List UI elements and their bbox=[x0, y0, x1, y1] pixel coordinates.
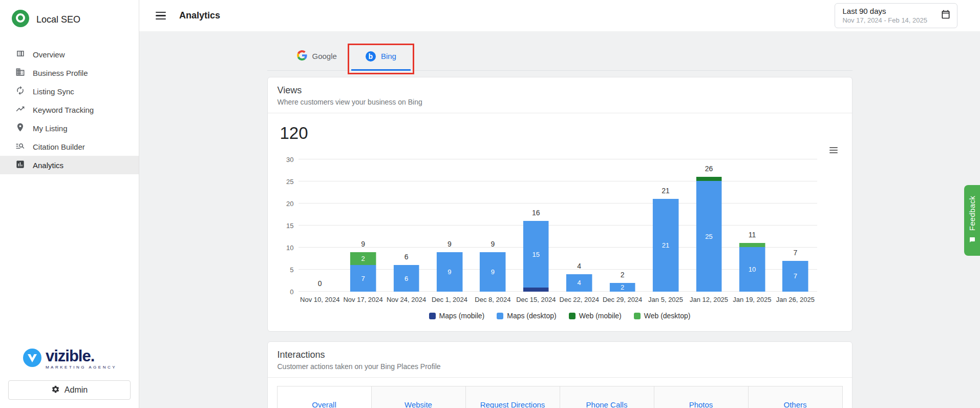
x-tick-label: Dec 22, 2024 bbox=[558, 296, 601, 303]
bar-column[interactable]: 99 bbox=[428, 159, 471, 292]
sidebar-item-listing-sync[interactable]: Listing Sync bbox=[0, 82, 139, 100]
bar-segment[interactable] bbox=[696, 177, 722, 181]
y-tick-label: 0 bbox=[290, 288, 293, 296]
x-tick-label: Dec 29, 2024 bbox=[601, 296, 644, 303]
x-tick-label: Dec 8, 2024 bbox=[471, 296, 514, 303]
stacked-bar[interactable]: 4 bbox=[566, 274, 592, 292]
trending-up-icon bbox=[15, 104, 25, 115]
bar-segment[interactable]: 6 bbox=[393, 265, 419, 292]
sidebar-item-citation-builder[interactable]: Citation Builder bbox=[0, 137, 139, 156]
stacked-bar[interactable]: 9 bbox=[437, 252, 463, 292]
sidebar-item-label: Listing Sync bbox=[33, 87, 74, 96]
tab-bing[interactable]: b Bing bbox=[351, 42, 411, 70]
sidebar-item-label: Analytics bbox=[33, 161, 63, 170]
legend-item[interactable]: Maps (desktop) bbox=[497, 312, 556, 320]
stacked-bar[interactable]: 10 bbox=[739, 243, 765, 292]
chart-x-labels: Nov 10, 2024Nov 17, 2024Nov 24, 2024Dec … bbox=[299, 296, 817, 303]
bar-total-label: 6 bbox=[385, 253, 428, 261]
bar-column[interactable]: 2526 bbox=[687, 159, 730, 292]
legend-item[interactable]: Web (desktop) bbox=[634, 312, 691, 320]
page-title: Analytics bbox=[179, 10, 220, 21]
bar-column[interactable]: 1516 bbox=[515, 159, 558, 292]
stacked-bar[interactable]: 72 bbox=[350, 252, 376, 292]
bar-column[interactable]: 22 bbox=[601, 159, 644, 292]
bar-segment[interactable]: 4 bbox=[566, 274, 592, 292]
stacked-bar[interactable]: 9 bbox=[480, 252, 506, 292]
sidebar-item-analytics[interactable]: Analytics bbox=[0, 156, 139, 174]
stacked-bar[interactable]: 21 bbox=[653, 199, 679, 292]
tab-google[interactable]: Google bbox=[283, 42, 351, 70]
stacked-bar[interactable]: 7 bbox=[782, 261, 808, 292]
sidebar-menu: Overview Business Profile Listing Sync K… bbox=[0, 45, 139, 174]
bar-column[interactable]: 44 bbox=[558, 159, 601, 292]
y-tick-label: 20 bbox=[286, 200, 293, 208]
bar-segment[interactable]: 2 bbox=[609, 283, 635, 292]
x-tick-label: Jan 26, 2025 bbox=[774, 296, 817, 303]
bar-column[interactable]: 729 bbox=[342, 159, 385, 292]
tab-photos[interactable]: Photos bbox=[654, 386, 749, 408]
tab-others[interactable]: Others bbox=[749, 386, 842, 408]
x-tick-label: Jan 19, 2025 bbox=[731, 296, 774, 303]
sidebar-item-my-listing[interactable]: My Listing bbox=[0, 119, 139, 137]
bar-column[interactable]: 66 bbox=[385, 159, 428, 292]
stacked-bar[interactable]: 15 bbox=[523, 221, 549, 292]
vizible-tagline: MARKETING AGENCY bbox=[46, 365, 117, 370]
x-tick-label: Jan 5, 2025 bbox=[644, 296, 687, 303]
vizible-logo: vizible. MARKETING AGENCY bbox=[8, 348, 131, 370]
bar-segment[interactable]: 2 bbox=[350, 252, 376, 266]
legend-item[interactable]: Maps (mobile) bbox=[429, 312, 485, 320]
chart-plot: 07296699991516442221212526101177 bbox=[299, 159, 817, 292]
brand: Local SEO bbox=[0, 0, 139, 37]
bar-column[interactable]: 77 bbox=[774, 159, 817, 292]
admin-button[interactable]: Admin bbox=[8, 380, 131, 400]
tab-photos-label: Photos bbox=[689, 400, 713, 408]
bar-segment[interactable]: 10 bbox=[739, 247, 765, 292]
stacked-bar[interactable]: 25 bbox=[696, 177, 722, 292]
overview-icon bbox=[15, 49, 25, 60]
bar-total-label: 2 bbox=[601, 271, 644, 279]
interactions-tabs: Overall Website Request Directions Phone… bbox=[277, 386, 843, 408]
y-tick-label: 30 bbox=[286, 156, 293, 164]
bar-column[interactable]: 2121 bbox=[644, 159, 687, 292]
tab-website-label: Website bbox=[404, 400, 432, 408]
stacked-bar[interactable]: 6 bbox=[393, 265, 419, 292]
sidebar-item-business-profile[interactable]: Business Profile bbox=[0, 64, 139, 82]
x-tick-label: Nov 17, 2024 bbox=[342, 296, 385, 303]
legend-label: Web (mobile) bbox=[579, 312, 622, 320]
x-tick-label: Nov 24, 2024 bbox=[385, 296, 428, 303]
chart-context-menu-icon[interactable] bbox=[828, 146, 839, 154]
chart-legend: Maps (mobile)Maps (desktop)Web (mobile)W… bbox=[278, 312, 842, 320]
bar-column[interactable]: 99 bbox=[471, 159, 514, 292]
bar-column[interactable]: 1011 bbox=[731, 159, 774, 292]
tab-phone-calls[interactable]: Phone Calls bbox=[560, 386, 654, 408]
bar-segment[interactable] bbox=[739, 243, 765, 247]
x-tick-label: Dec 15, 2024 bbox=[515, 296, 558, 303]
sidebar-item-label: Business Profile bbox=[33, 69, 88, 77]
interactions-subtitle: Customer actions taken on your Bing Plac… bbox=[278, 362, 842, 371]
main-area: Analytics Last 90 days Nov 17, 2024 - Fe… bbox=[139, 0, 980, 408]
chart-y-axis: 051015202530 bbox=[280, 159, 299, 292]
bar-segment[interactable]: 15 bbox=[523, 221, 549, 288]
feedback-button[interactable]: Feedback bbox=[964, 185, 980, 256]
bar-segment[interactable] bbox=[523, 288, 549, 292]
tab-request-directions[interactable]: Request Directions bbox=[466, 386, 560, 408]
bar-segment[interactable]: 21 bbox=[653, 199, 679, 292]
sidebar-item-overview[interactable]: Overview bbox=[0, 45, 139, 64]
sidebar-item-keyword-tracking[interactable]: Keyword Tracking bbox=[0, 100, 139, 119]
tab-website[interactable]: Website bbox=[372, 386, 466, 408]
bar-segment[interactable]: 7 bbox=[782, 261, 808, 292]
bar-segment[interactable]: 7 bbox=[350, 265, 376, 292]
bar-column[interactable]: 0 bbox=[299, 159, 342, 292]
search-list-icon bbox=[15, 141, 25, 152]
bar-segment[interactable]: 25 bbox=[696, 181, 722, 292]
date-range-picker[interactable]: Last 90 days Nov 17, 2024 - Feb 14, 2025 bbox=[835, 3, 957, 28]
bar-segment[interactable]: 9 bbox=[437, 252, 463, 292]
menu-hamburger-icon[interactable] bbox=[155, 10, 167, 22]
stacked-bar[interactable]: 2 bbox=[609, 283, 635, 292]
legend-swatch bbox=[569, 313, 576, 319]
legend-item[interactable]: Web (mobile) bbox=[569, 312, 622, 320]
bar-segment[interactable]: 9 bbox=[480, 252, 506, 292]
chart-columns: 07296699991516442221212526101177 bbox=[299, 159, 817, 292]
brand-name: Local SEO bbox=[36, 14, 80, 25]
tab-overall[interactable]: Overall bbox=[278, 386, 372, 408]
